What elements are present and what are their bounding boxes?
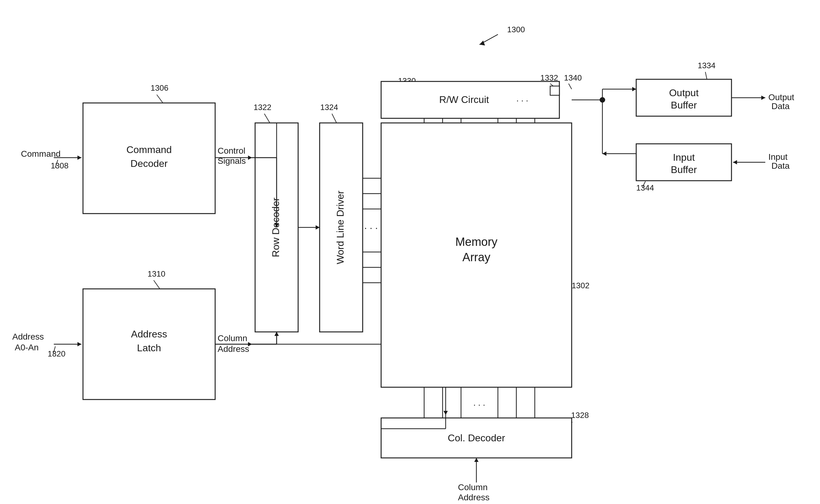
address-latch-label-2: Latch <box>137 342 161 353</box>
ref-1324: 1324 <box>320 103 338 112</box>
rw-dots: . . . <box>516 94 528 103</box>
ref-1306: 1306 <box>151 83 168 93</box>
colline-dots: . . . <box>473 398 485 408</box>
col-addr-bottom-label-2: Address <box>458 493 490 502</box>
memory-array-label-1: Memory <box>455 235 497 248</box>
ref-1322: 1322 <box>254 103 271 112</box>
ref-1320: 1320 <box>48 349 65 358</box>
column-address-out-label-2: Address <box>218 344 249 354</box>
ref-1344: 1344 <box>636 183 654 192</box>
ref-1340: 1340 <box>564 73 582 82</box>
column-address-out-label-1: Column <box>218 333 247 343</box>
control-signals-label-2: Signals <box>218 156 246 166</box>
col-decoder-label: Col. Decoder <box>448 432 505 443</box>
input-data-label-1: Input <box>768 152 787 162</box>
ref-1300: 1300 <box>507 25 525 34</box>
output-buffer-label-2: Buffer <box>671 100 697 111</box>
control-signals-label-1: Control <box>218 146 245 156</box>
sense-amp-symbol <box>550 86 559 95</box>
ref-1328: 1328 <box>571 411 589 420</box>
input-data-label-2: Data <box>771 161 790 171</box>
ref-1334: 1334 <box>698 61 716 70</box>
col-addr-bottom-label-1: Column <box>458 482 487 492</box>
input-buffer-label-1: Input <box>673 152 695 163</box>
ref-1308: 1308 <box>51 161 69 170</box>
command-decoder-label-2: Decoder <box>131 158 168 169</box>
ref-1332: 1332 <box>540 73 558 82</box>
row-decoder-label: Row Decoder <box>270 198 281 257</box>
wld-dots: . . . <box>364 220 378 231</box>
ref-1302: 1302 <box>572 281 589 290</box>
command-label: Command <box>21 149 61 159</box>
address-label-2: A0-An <box>15 343 39 352</box>
address-latch-label-1: Address <box>131 329 167 340</box>
command-decoder-label-1: Command <box>126 144 172 155</box>
address-label-1: Address <box>12 332 44 341</box>
output-data-label-1: Output <box>768 93 794 102</box>
output-buffer-label-1: Output <box>669 87 699 98</box>
input-buffer-label-2: Buffer <box>671 164 697 175</box>
memory-array-label-2: Array <box>463 251 491 264</box>
word-line-driver-label: Word Line Driver <box>335 191 346 264</box>
output-data-label-2: Data <box>771 101 790 111</box>
ref-1310: 1310 <box>148 269 165 278</box>
rw-circuit-label: R/W Circuit <box>439 94 489 105</box>
